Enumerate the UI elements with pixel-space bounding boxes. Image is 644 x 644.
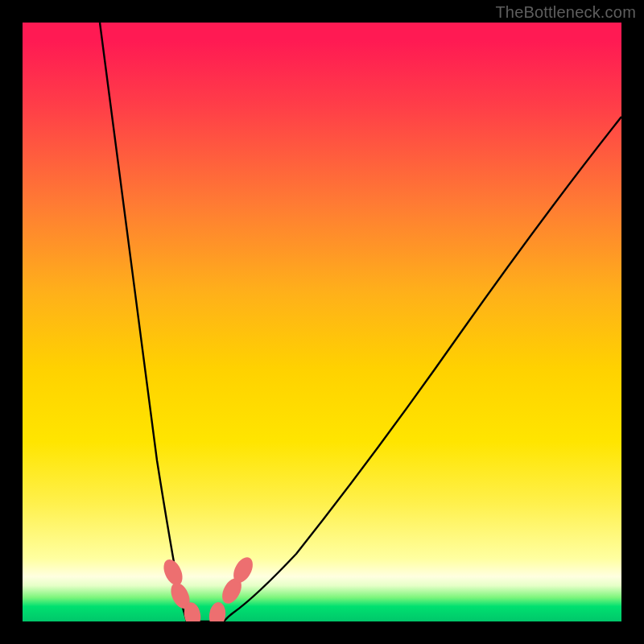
chart-frame: TheBottleneck.com <box>0 0 644 644</box>
marker-left-1 <box>160 556 186 588</box>
curve-right-branch <box>224 117 621 621</box>
attribution-text: TheBottleneck.com <box>495 3 636 22</box>
curve-left-branch <box>100 23 187 621</box>
plot-area <box>23 23 621 621</box>
marker-floor-2 <box>208 601 227 621</box>
curve-layer <box>23 23 621 621</box>
